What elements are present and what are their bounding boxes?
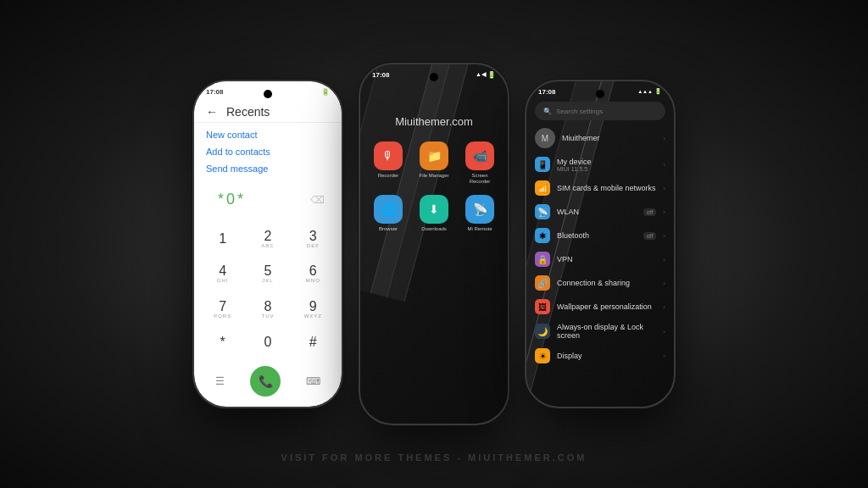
dial-key-5[interactable]: 5JKL — [246, 258, 289, 291]
camera-punch-hole — [264, 90, 272, 98]
back-arrow-icon[interactable]: ← — [206, 105, 218, 119]
aod-label: Always-on display & Lock screen — [557, 323, 656, 340]
settings-item-aod[interactable]: 🌙 Always-on display & Lock screen › — [526, 319, 674, 344]
status-icons-left: 🔋 — [321, 88, 330, 96]
settings-item-wlan[interactable]: 📡 WLAN off › — [526, 200, 674, 224]
right-vol-up[interactable] — [674, 132, 676, 153]
miuithemer-label: Miuithemer — [562, 134, 656, 142]
camera-punch-hole-right — [596, 90, 604, 98]
recorder-icon: 🎙 — [374, 141, 403, 170]
file-manager-icon: 📁 — [420, 141, 448, 170]
sim-label: SIM cards & mobile networks — [557, 184, 656, 192]
recents-links: New contact Add to contacts Send message — [194, 123, 342, 180]
phones-container: 17:08 🔋 ← Recents New contact Add to con… — [192, 63, 676, 425]
watermark: VISIT FOR MORE THEMES - MIUITHEMER.COM — [281, 452, 587, 463]
app-file-manager[interactable]: 📁 File Manager — [416, 141, 452, 185]
dial-key-2[interactable]: 2ABC — [246, 222, 289, 256]
screen-recorder-icon: 📹 — [465, 141, 494, 170]
mi-remote-icon: 📡 — [465, 195, 494, 224]
settings-item-wallpaper[interactable]: 🖼 Wallpaper & personalization › — [526, 295, 674, 319]
app-downloads[interactable]: ⬇ Downloads — [416, 195, 452, 232]
center-vol-down[interactable] — [508, 142, 509, 164]
backspace-icon[interactable]: ⌫ — [310, 194, 325, 206]
my-device-icon: 📱 — [535, 157, 550, 172]
settings-item-bluetooth[interactable]: ✱ Bluetooth off › — [526, 224, 674, 247]
dial-key-3[interactable]: 3DEF — [292, 222, 335, 256]
app-screen-recorder[interactable]: 📹 Screen Recorder — [462, 141, 498, 185]
downloads-icon: ⬇ — [420, 195, 448, 224]
left-screen: 17:08 🔋 ← Recents New contact Add to con… — [194, 81, 342, 407]
status-icons-right: ▲▲▲ 🔋 — [637, 88, 662, 95]
search-placeholder: Search settings — [556, 108, 603, 115]
display-label: Display — [557, 352, 656, 360]
settings-search-bar[interactable]: 🔍 Search settings — [535, 102, 665, 120]
time-right: 17:08 — [538, 88, 555, 96]
phone-center: 17:08 ▲◀ 🔋 Miuithemer.com 🎙 Recorder — [359, 63, 509, 425]
settings-item-my-device[interactable]: 📱 My device MIUI 11.5.5 › — [526, 152, 674, 176]
dial-key-4[interactable]: 4GHI — [201, 258, 244, 291]
chevron-icon-1: › — [663, 161, 665, 169]
chevron-icon-7: › — [663, 303, 665, 311]
right-vol-down[interactable] — [674, 159, 676, 180]
right-content: 17:08 ▲▲▲ 🔋 🔍 Search settings M — [526, 81, 674, 407]
power-button[interactable] — [192, 145, 194, 175]
status-icons-center: ▲◀ 🔋 — [476, 71, 496, 79]
dialer-bottom: ☰ 📞 ⌨ — [194, 361, 342, 407]
menu-icon[interactable]: ☰ — [215, 375, 225, 387]
dial-key-8[interactable]: 8TUV — [246, 292, 289, 326]
dial-key-6[interactable]: 6MNO — [292, 258, 335, 291]
chevron-icon-4: › — [663, 232, 665, 240]
new-contact-link[interactable]: New contact — [206, 130, 330, 140]
settings-item-connection[interactable]: 🔗 Connection & sharing › — [526, 271, 674, 295]
app-mi-remote[interactable]: 📡 Mi Remote — [462, 195, 498, 232]
battery-icon: 🔋 — [321, 88, 330, 96]
center-screen: 17:08 ▲◀ 🔋 Miuithemer.com 🎙 Recorder — [360, 64, 508, 424]
dial-key-star[interactable]: * — [201, 328, 244, 358]
vol-up-button[interactable] — [342, 132, 343, 153]
dial-key-0[interactable]: 0 — [246, 328, 289, 358]
chevron-icon-2: › — [663, 185, 665, 192]
bluetooth-label: Bluetooth — [557, 231, 637, 240]
dial-key-9[interactable]: 9WXYZ — [292, 292, 335, 326]
app-row-1: 🎙 Recorder 📁 File Manager 📹 Screen Recor… — [370, 141, 498, 185]
send-message-link[interactable]: Send message — [206, 164, 330, 174]
downloads-label: Downloads — [421, 226, 447, 232]
phone-left: 17:08 🔋 ← Recents New contact Add to con… — [192, 80, 343, 408]
camera-punch-hole-center — [430, 73, 438, 81]
phone-right: 17:08 ▲▲▲ 🔋 🔍 Search settings M — [525, 80, 676, 408]
dial-key-7[interactable]: 7PQRS — [201, 292, 244, 326]
app-recorder[interactable]: 🎙 Recorder — [370, 141, 406, 185]
app-row-2: 🌐 Browser ⬇ Downloads 📡 Mi Remote — [370, 195, 498, 232]
call-button[interactable]: 📞 — [250, 366, 281, 396]
vpn-label: VPN — [557, 255, 656, 263]
chevron-icon-0: › — [663, 135, 665, 142]
signal-bars-icon: ▲▲▲ — [637, 89, 653, 94]
chevron-icon-9: › — [663, 352, 665, 360]
my-device-label: My device MIUI 11.5.5 — [557, 158, 656, 172]
recorder-label: Recorder — [378, 173, 399, 179]
center-vol-up[interactable] — [508, 115, 509, 136]
recents-title: Recents — [226, 105, 270, 119]
signal-icon: ▲◀ — [476, 71, 486, 78]
bluetooth-icon: ✱ — [535, 228, 550, 243]
display-icon: ☀ — [535, 348, 550, 363]
settings-item-display[interactable]: ☀ Display › — [526, 344, 674, 368]
dial-key-1[interactable]: 1 — [201, 222, 244, 256]
settings-item-miuithemer[interactable]: M Miuithemer › — [526, 124, 674, 152]
wallpaper-icon: 🖼 — [535, 299, 550, 314]
app-browser[interactable]: 🌐 Browser — [370, 195, 406, 232]
file-manager-label: File Manager — [419, 173, 448, 179]
settings-list: M Miuithemer › 📱 My device MIUI 11.5.5 — [526, 124, 674, 407]
dial-key-hash[interactable]: # — [292, 328, 335, 358]
sim-icon: 📶 — [535, 180, 550, 196]
vol-down-button[interactable] — [342, 159, 343, 180]
search-icon: 🔍 — [543, 108, 552, 115]
wlan-badge: off — [643, 208, 657, 216]
settings-item-sim[interactable]: 📶 SIM cards & mobile networks › — [526, 176, 674, 200]
settings-item-vpn[interactable]: 🔒 VPN › — [526, 247, 674, 271]
wlan-label: WLAN — [557, 208, 637, 216]
battery-icon-right: 🔋 — [654, 88, 662, 95]
add-contact-link[interactable]: Add to contacts — [206, 147, 330, 157]
connection-icon: 🔗 — [535, 275, 550, 291]
keypad-icon[interactable]: ⌨ — [306, 375, 320, 387]
